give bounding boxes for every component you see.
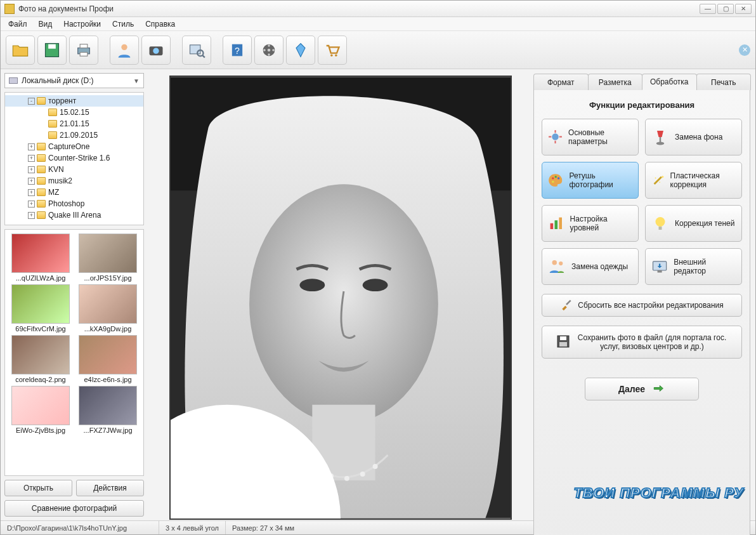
folder-icon xyxy=(37,154,46,162)
expand-icon[interactable]: + xyxy=(28,189,35,196)
expand-icon[interactable]: + xyxy=(28,212,35,219)
floppy-icon xyxy=(556,334,571,351)
cart-button[interactable] xyxy=(318,36,347,65)
save-photo-label: Сохранить фото в файл (для портала гос. … xyxy=(576,333,728,351)
thumbnail-caption: EiWo-ZjvBts.jpg xyxy=(16,426,65,434)
thumbnail[interactable]: ...FXZ7JWw.jpg xyxy=(76,386,140,434)
menu-view[interactable]: Вид xyxy=(34,18,58,30)
svg-rect-51 xyxy=(659,227,662,230)
thumbnail-image xyxy=(11,386,70,425)
tree-item[interactable]: -торрент xyxy=(5,95,143,107)
tree-item[interactable]: +musik2 xyxy=(5,175,143,187)
svg-point-39 xyxy=(656,142,665,145)
maximize-button[interactable]: ▢ xyxy=(717,4,734,14)
tab-print[interactable]: Печать xyxy=(696,74,752,90)
window-title: Фото на документы Профи xyxy=(18,4,698,13)
svg-point-17 xyxy=(263,49,266,51)
panel-close-icon[interactable]: ✕ xyxy=(739,44,750,56)
expand-icon[interactable]: + xyxy=(28,143,35,150)
palette-icon xyxy=(547,171,564,190)
thumbnail[interactable]: 69cFifxvCrM.jpg xyxy=(9,284,72,333)
expand-icon xyxy=(39,132,46,139)
open-folder-button[interactable] xyxy=(6,36,35,65)
thumbnail-image xyxy=(79,335,137,374)
person-button[interactable] xyxy=(110,36,139,65)
expand-icon[interactable]: + xyxy=(28,178,35,185)
disk-selector[interactable]: Локальный диск (D:) ▼ xyxy=(4,73,144,88)
tree-item[interactable]: +KVN xyxy=(5,164,143,175)
tab-layout[interactable]: Разметка xyxy=(588,74,643,90)
replace-bg-button[interactable]: Замена фона xyxy=(645,119,742,155)
compare-button[interactable]: Сравнение фотографий xyxy=(4,500,144,517)
status-corner: 3 x 4 левый угол xyxy=(159,521,226,534)
tree-item[interactable]: +Photoshop xyxy=(5,198,143,209)
tree-item[interactable]: 21.01.15 xyxy=(5,118,143,129)
tree-item[interactable]: +Counter-Strike 1.6 xyxy=(5,152,143,164)
expand-icon[interactable]: + xyxy=(28,155,35,162)
folder-icon xyxy=(37,211,46,219)
thumbnail[interactable]: ...qUZlLWzA.jpg xyxy=(9,234,72,282)
thumbnail[interactable]: ...kXA9gDw.jpg xyxy=(76,284,140,333)
premium-button[interactable] xyxy=(286,36,315,65)
menu-file[interactable]: Файл xyxy=(3,18,32,30)
clothes-label: Замена одежды xyxy=(571,262,628,271)
thumbnail-caption: ...qUZlLWzA.jpg xyxy=(16,274,66,282)
svg-rect-48 xyxy=(555,220,558,229)
thumbnail[interactable]: coreldeaq-2.png xyxy=(9,335,72,383)
video-button[interactable] xyxy=(254,36,284,65)
camera-button[interactable] xyxy=(141,36,171,65)
tab-format[interactable]: Формат xyxy=(533,74,589,90)
menu-style[interactable]: Стиль xyxy=(107,18,139,30)
menu-settings[interactable]: Настройки xyxy=(58,18,106,30)
folder-icon xyxy=(37,177,46,185)
tree-label: CaptureOne xyxy=(48,142,89,151)
open-button[interactable]: Открыть xyxy=(4,480,72,496)
plastic-button[interactable]: Пластическая коррекция xyxy=(645,162,742,199)
actions-button[interactable]: Действия xyxy=(76,480,144,496)
thumbnail[interactable]: e4Izc-e6n-s.jpg xyxy=(76,335,140,383)
minimize-button[interactable]: — xyxy=(700,4,716,14)
tree-item[interactable]: 21.09.2015 xyxy=(5,129,143,141)
basic-params-button[interactable]: Основные параметры xyxy=(542,119,639,155)
folder-icon xyxy=(48,120,57,128)
thumbnail[interactable]: ...orJPS15Y.jpg xyxy=(76,234,140,282)
brush-icon xyxy=(560,298,573,313)
tree-item[interactable]: +MZ xyxy=(5,187,143,198)
gear-icon xyxy=(547,128,563,147)
replace-bg-label: Замена фона xyxy=(675,133,722,142)
photo-zoom-button[interactable] xyxy=(182,36,211,65)
save-photo-button[interactable]: Сохранить фото в файл (для портала гос. … xyxy=(542,326,742,359)
folder-tree[interactable]: -торрент15.02.1521.01.1521.09.2015+Captu… xyxy=(4,92,144,225)
tree-label: торрент xyxy=(48,96,76,105)
save-button[interactable] xyxy=(37,36,67,65)
svg-point-41 xyxy=(555,176,557,178)
menu-help[interactable]: Справка xyxy=(140,18,180,30)
next-button[interactable]: Далее xyxy=(585,378,699,400)
tab-processing[interactable]: Обработка xyxy=(642,74,697,90)
folder-icon xyxy=(37,97,46,105)
thumbnail-caption: ...FXZ7JWw.jpg xyxy=(83,426,132,434)
retouch-button[interactable]: Ретушь фотографии xyxy=(542,162,639,199)
external-editor-button[interactable]: Внешний редактор xyxy=(645,248,742,285)
shadows-button[interactable]: Коррекция теней xyxy=(645,205,742,242)
help-button[interactable]: ? xyxy=(223,36,252,65)
svg-point-33 xyxy=(552,134,558,140)
photo-preview xyxy=(169,76,512,520)
tree-label: 21.09.2015 xyxy=(60,131,98,140)
tree-item[interactable]: +CaptureOne xyxy=(5,141,143,152)
clothes-button[interactable]: Замена одежды xyxy=(542,248,639,285)
expand-icon[interactable]: + xyxy=(28,201,35,208)
thumbnail[interactable]: EiWo-ZjvBts.jpg xyxy=(9,386,72,434)
tree-item[interactable]: 15.02.15 xyxy=(5,107,143,118)
folder-icon xyxy=(37,166,46,173)
expand-icon[interactable]: + xyxy=(28,166,35,173)
thumbnail-grid[interactable]: ...qUZlLWzA.jpg...orJPS15Y.jpg69cFifxvCr… xyxy=(4,229,144,476)
tree-item[interactable]: +Quake III Arena xyxy=(5,209,143,221)
reset-label: Сбросить все настройки редактирования xyxy=(578,301,724,310)
expand-icon[interactable]: - xyxy=(28,98,35,105)
reset-button[interactable]: Сбросить все настройки редактирования xyxy=(542,294,742,317)
next-label: Далее xyxy=(618,384,645,394)
levels-button[interactable]: Настройка уровней xyxy=(542,205,639,242)
print-button[interactable] xyxy=(69,36,98,65)
close-button[interactable]: ✕ xyxy=(735,4,752,14)
